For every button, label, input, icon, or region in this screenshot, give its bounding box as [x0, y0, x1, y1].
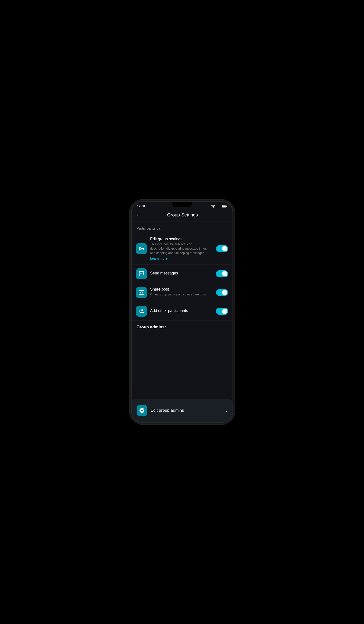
- setting-item-send-messages: Send messages: [132, 264, 232, 283]
- svg-rect-4: [220, 205, 220, 208]
- participants-section-label: Participants can :: [132, 222, 232, 233]
- setting-item-edit-group: Edit group settings This includes the su…: [132, 233, 232, 264]
- add-participants-toggle[interactable]: [216, 308, 228, 315]
- share-post-desc: Other group participants can share post: [150, 292, 213, 297]
- edit-group-icon-wrap: [136, 243, 147, 254]
- chevron-right-icon: ›: [226, 408, 228, 413]
- battery-icon: [222, 205, 227, 208]
- bottom-card: ⚙ Edit group admins ›: [132, 399, 232, 422]
- page-title: Group Settings: [144, 212, 228, 218]
- edit-group-admins-item[interactable]: ⚙ Edit group admins ›: [132, 402, 232, 419]
- send-messages-title: Send messages: [150, 271, 213, 275]
- edit-group-title: Edit group settings: [150, 237, 213, 241]
- learn-more-link[interactable]: Learn more: [150, 257, 213, 260]
- edit-admins-title: Edit group admins: [151, 408, 223, 413]
- message-icon: [138, 271, 144, 277]
- status-time: 12:30: [137, 204, 145, 208]
- svg-rect-8: [140, 273, 143, 273]
- signal-icon: [217, 205, 221, 208]
- setting-item-add-participants: Add other participants: [132, 302, 232, 321]
- svg-rect-1: [217, 207, 217, 208]
- svg-rect-7: [222, 205, 226, 207]
- edit-group-toggle[interactable]: [216, 245, 228, 252]
- admins-section-label: Group admins:: [136, 325, 228, 330]
- share-post-content: Share post Other group participants can …: [150, 287, 213, 298]
- edit-group-content: Edit group settings This includes the su…: [150, 237, 213, 260]
- add-participants-content: Add other participants: [150, 309, 213, 314]
- setting-item-share-post: Share post Other group participants can …: [132, 283, 232, 302]
- admin-icon: ⚙: [139, 408, 145, 414]
- svg-rect-6: [226, 206, 227, 207]
- back-button[interactable]: ←: [136, 211, 144, 219]
- person-add-icon: [138, 308, 144, 314]
- share-post-toggle[interactable]: [216, 289, 228, 296]
- svg-point-0: [213, 207, 214, 208]
- status-icons: [211, 205, 227, 208]
- share-post-title: Share post: [150, 287, 213, 291]
- add-participants-title: Add other participants: [150, 309, 213, 313]
- add-participants-icon-wrap: [136, 306, 147, 317]
- image-icon: [138, 289, 144, 295]
- notch: [172, 202, 192, 207]
- send-messages-toggle[interactable]: [216, 270, 228, 277]
- header: ← Group Settings: [132, 209, 232, 222]
- svg-rect-2: [218, 206, 218, 208]
- svg-point-10: [141, 409, 143, 410]
- share-post-icon-wrap: [136, 287, 147, 298]
- admin-icon-wrap: ⚙: [136, 405, 147, 416]
- svg-rect-9: [140, 273, 142, 274]
- key-icon: [138, 246, 144, 252]
- phone-frame: 12:30: [131, 201, 233, 423]
- edit-group-desc: This includes the subject, icon, descrip…: [150, 242, 213, 256]
- send-messages-content: Send messages: [150, 271, 213, 276]
- content-area: Participants can : Edit group settings T…: [132, 222, 232, 332]
- svg-rect-3: [219, 205, 219, 208]
- wifi-icon: [211, 205, 215, 208]
- send-messages-icon-wrap: [136, 268, 147, 279]
- admins-section-header: Group admins:: [132, 321, 232, 332]
